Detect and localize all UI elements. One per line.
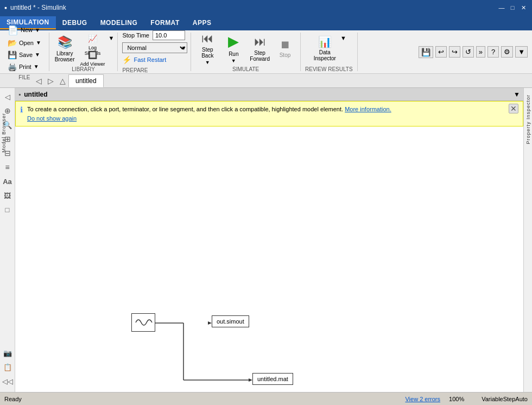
- untitled-mat-block[interactable]: untitled.mat: [252, 373, 293, 385]
- nav-back-button[interactable]: ◁: [33, 75, 45, 87]
- simulate-label: SIMULATE: [232, 66, 259, 72]
- stop-button[interactable]: ⏹ Stop: [274, 33, 296, 64]
- sidebar-collapse-panel[interactable]: ◁◁: [1, 375, 14, 388]
- svg-marker-5: [249, 378, 252, 382]
- library-dropdown-icon[interactable]: ▼: [109, 35, 115, 41]
- fast-restart-label[interactable]: Fast Restart: [134, 56, 166, 63]
- step-forward-button[interactable]: ⏭ Step Forward: [248, 33, 272, 64]
- refresh-button[interactable]: ↺: [463, 46, 474, 58]
- sidebar-text[interactable]: Aa: [1, 175, 14, 188]
- info-bar: ℹ To create a connection, click a port, …: [15, 101, 523, 126]
- menu-debug[interactable]: DEBUG: [56, 17, 94, 29]
- sine-wave-block[interactable]: [131, 313, 155, 332]
- tab-untitled[interactable]: untitled: [68, 74, 104, 87]
- new-button[interactable]: 📄 New ▼: [4, 24, 45, 36]
- prepare-label: PREPARE: [122, 67, 148, 73]
- menu-apps[interactable]: APPS: [186, 17, 218, 29]
- property-inspector-label: Property Inspector: [524, 90, 532, 149]
- undo-button[interactable]: ↩: [435, 46, 447, 58]
- print-button[interactable]: 🖨️ Print ▼: [4, 61, 45, 72]
- step-back-button[interactable]: ⏮ Step Back ▼: [195, 33, 219, 64]
- model-browser-label: Model Browser: [0, 109, 9, 159]
- minimize-button[interactable]: —: [497, 3, 506, 12]
- window-title: untitled * - Simulink: [10, 4, 66, 11]
- redo-button[interactable]: ↪: [449, 46, 460, 58]
- title-left: ▪ untitled * - Simulink: [4, 3, 66, 12]
- sidebar-clipboard[interactable]: 📋: [1, 360, 14, 374]
- canvas-area[interactable]: out.simout untitled.mat simin: [15, 126, 523, 392]
- open-button[interactable]: 📂 Open ▼: [4, 37, 45, 48]
- library-section: 📚 Library Browser 📈 Log Signals 🔲 Add Vi…: [49, 33, 118, 71]
- maximize-button[interactable]: □: [508, 3, 517, 12]
- log-signals-icon: 📈: [88, 34, 97, 43]
- stop-icon: ⏹: [280, 39, 290, 51]
- stepback-dropdown-icon[interactable]: ▼: [205, 60, 210, 65]
- info-text: To create a connection, click a port, te…: [27, 105, 518, 123]
- solver-select[interactable]: Normal Accelerator Rapid Accelerator: [122, 42, 187, 53]
- sidebar-rect[interactable]: □: [1, 203, 14, 216]
- save-button[interactable]: 💾 Save ▼: [4, 49, 45, 60]
- status-zoom: 100%: [449, 396, 464, 402]
- toolbar: 📄 New ▼ 📂 Open ▼ 💾 Save ▼ 🖨️ Print ▼ FIL…: [0, 30, 532, 74]
- canvas-model-name: untitled: [24, 91, 47, 98]
- open-dropdown-icon[interactable]: ▼: [36, 40, 41, 46]
- add-viewer-icon: 🔲: [88, 50, 97, 59]
- sidebar-nav-back[interactable]: ◁: [1, 90, 14, 103]
- status-errors[interactable]: View 2 errors: [405, 396, 440, 402]
- menu-format[interactable]: FORMAT: [144, 17, 186, 29]
- tabbar: ◁ ▷ △ untitled: [0, 74, 532, 88]
- more-info-link[interactable]: More information.: [345, 106, 391, 112]
- out-simout-block[interactable]: out.simout: [212, 315, 249, 327]
- review-label: REVIEW RESULTS: [305, 66, 353, 72]
- toolbar-help: 💾 ↩ ↪ ↺ » ? ⚙ ▼: [414, 33, 532, 71]
- more-button[interactable]: »: [476, 46, 485, 58]
- settings-button[interactable]: ⚙: [501, 46, 513, 58]
- right-sidebar: Property Inspector: [523, 88, 532, 392]
- info-icon: ℹ: [20, 105, 23, 114]
- canvas-expand-button[interactable]: ▼: [514, 91, 520, 98]
- sidebar-camera[interactable]: 📷: [1, 346, 14, 359]
- run-icon: ▶: [228, 33, 239, 50]
- library-browser-button[interactable]: 📚 Library Browser: [53, 33, 77, 65]
- nav-up-button[interactable]: △: [56, 75, 68, 87]
- review-dropdown-icon[interactable]: ▼: [340, 35, 346, 41]
- canvas-wrapper: ▪ untitled ▼ ℹ To create a connection, c…: [15, 88, 523, 392]
- stoptime-label: Stop Time: [122, 32, 149, 39]
- run-dropdown-icon[interactable]: ▼: [231, 58, 236, 64]
- title-controls[interactable]: — □ ✕: [497, 3, 528, 12]
- close-button[interactable]: ✕: [519, 3, 528, 12]
- library-section-label: LIBRARY: [72, 66, 95, 72]
- print-dropdown-icon[interactable]: ▼: [34, 64, 39, 69]
- run-button[interactable]: ▶ Run ▼: [221, 33, 245, 64]
- left-sidebar: ◁ ⊕ 🔍 ⊞ ⊟ ≡ Aa 🖼 □ 📷 📋 ◁◁ Model Browser: [0, 88, 15, 392]
- new-icon: 📄: [8, 25, 18, 35]
- svg-marker-2: [208, 321, 212, 325]
- save-dropdown-icon[interactable]: ▼: [35, 52, 40, 58]
- sidebar-image[interactable]: 🖼: [1, 189, 14, 202]
- log-signals-button[interactable]: 📈 Log Signals: [79, 33, 106, 48]
- step-forward-icon: ⏭: [254, 35, 266, 49]
- save-toolbar-button[interactable]: 💾: [419, 46, 433, 58]
- simulate-section: ⏮ Step Back ▼ ▶ Run ▼ ⏭ Step Forward ⏹ S…: [191, 33, 301, 71]
- sidebar-list[interactable]: ≡: [1, 161, 14, 174]
- add-viewer-button[interactable]: 🔲 Add Viewer: [79, 49, 106, 65]
- new-dropdown-icon[interactable]: ▼: [35, 27, 40, 33]
- stoptime-section: Stop Time Normal Accelerator Rapid Accel…: [118, 33, 191, 71]
- data-inspector-icon: 📊: [318, 35, 332, 48]
- help-button[interactable]: ?: [487, 46, 499, 58]
- menu-modeling[interactable]: MODELING: [94, 17, 144, 29]
- nav-forward-button[interactable]: ▷: [45, 75, 56, 87]
- stoptime-input[interactable]: [153, 30, 185, 40]
- open-icon: 📂: [8, 39, 17, 47]
- info-close-button[interactable]: ✕: [509, 104, 518, 113]
- toolbar-expand-button[interactable]: ▼: [515, 46, 528, 58]
- app-icon: ▪: [4, 3, 7, 12]
- fast-restart-icon: ⚡: [122, 55, 131, 64]
- diagram-svg: [15, 126, 523, 392]
- main-area: ◁ ⊕ 🔍 ⊞ ⊟ ≡ Aa 🖼 □ 📷 📋 ◁◁ Model Browser …: [0, 88, 532, 392]
- menubar: SIMULATION DEBUG MODELING FORMAT APPS: [0, 15, 532, 30]
- data-inspector-button[interactable]: 📊 Data Inspector: [312, 33, 338, 64]
- step-back-icon: ⏮: [201, 31, 213, 46]
- canvas-model-icon: ▪: [18, 91, 21, 98]
- dont-show-link[interactable]: Do not show again: [27, 115, 77, 122]
